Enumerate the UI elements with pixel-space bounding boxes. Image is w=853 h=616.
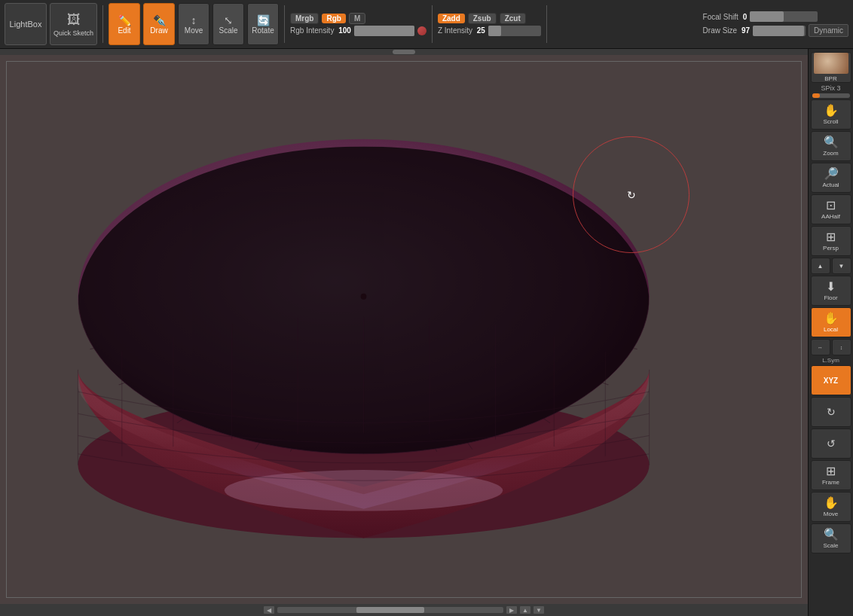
spix-label: SPix 3	[821, 84, 840, 92]
frame-label: Frame	[822, 479, 839, 486]
svg-point-49	[361, 294, 367, 300]
focal-row: Focal Shift 0	[703, 11, 848, 22]
draw-size-value: 97	[741, 26, 750, 35]
rightbar-move-button[interactable]: ✋ Move	[811, 492, 851, 522]
rotate-label: Rotate	[252, 26, 274, 35]
rightbar-move-label: Move	[824, 511, 839, 517]
draw-label: Draw	[150, 26, 167, 35]
lightbox-label: LightBox	[10, 20, 42, 29]
zcut-button[interactable]: Zcut	[500, 13, 526, 24]
drawsize-row: Draw Size 97 Dynamic	[703, 24, 848, 37]
rotate-button[interactable]: 🔄 Rotate	[247, 3, 279, 45]
move-label: Move	[185, 26, 203, 35]
frame-button[interactable]: ⊞ Frame	[811, 460, 851, 490]
actual-icon: 🔎	[824, 168, 839, 180]
move-icon: ↕️	[191, 14, 197, 26]
bpr-preview	[814, 53, 848, 74]
mrgb-button[interactable]: Mrgb	[290, 13, 319, 24]
dynamic-button[interactable]: Dynamic	[809, 24, 848, 37]
z-intensity-label: Z Intensity 25	[438, 26, 485, 35]
zoom-label: Zoom	[823, 150, 838, 157]
m-button[interactable]: M	[349, 13, 365, 24]
frame-icon: ⊞	[826, 465, 836, 477]
actual-label: Actual	[822, 181, 839, 188]
color-group: Mrgb Rgb M Rgb Intensity 100	[290, 13, 426, 36]
scale-icon: ⤡	[224, 14, 233, 26]
aahalf-button[interactable]: ⊡ AAHalf	[811, 194, 851, 224]
xyz-button[interactable]: XYZ	[811, 365, 851, 395]
focal-draw-group: Focal Shift 0 Draw Size 97 Dynamic	[703, 11, 848, 37]
move-button[interactable]: ↕️ Move	[178, 3, 209, 45]
persp-button[interactable]: ⊞ Persp	[811, 226, 851, 256]
focal-shift-slider[interactable]	[750, 11, 818, 22]
color-row-1: Mrgb Rgb M	[290, 13, 426, 24]
edit-label: Edit	[118, 26, 130, 35]
scroll-icon: ✋	[824, 105, 839, 117]
color-swatch[interactable]	[417, 26, 426, 35]
rotate-y-icon: ↺	[827, 438, 836, 450]
rightbar-scale-button[interactable]: 🔍 Scale	[811, 523, 851, 553]
divider-3	[432, 5, 433, 43]
bpr-label: BPR	[824, 75, 836, 82]
actual-button[interactable]: 🔎 Actual	[811, 163, 851, 193]
edit-button[interactable]: ✏️ Edit	[109, 3, 140, 45]
scene-svg	[0, 55, 808, 604]
top-scroll-handle[interactable]	[393, 50, 415, 54]
scroll-left-button[interactable]: ◀	[264, 606, 274, 614]
arrow-down-button[interactable]: ▼	[832, 258, 851, 274]
lsym-label: L.Sym	[822, 357, 839, 364]
scroll-button[interactable]: ✋ Scroll	[811, 99, 851, 130]
spix-group: SPix 3	[811, 84, 851, 98]
zsub-button[interactable]: Zsub	[468, 13, 497, 24]
scroll-down-small-button[interactable]: ▼	[534, 606, 544, 614]
divider-4	[546, 5, 547, 43]
rgb-intensity-slider[interactable]	[354, 26, 414, 36]
rotate-y-button[interactable]: ↺	[811, 428, 851, 459]
divider-1	[102, 5, 103, 43]
rotate-icon: 🔄	[257, 14, 270, 26]
scroll-label: Scroll	[823, 118, 838, 125]
rightbar-move-icon: ✋	[824, 497, 839, 509]
spix-slider[interactable]	[812, 93, 850, 98]
lsym-left-button[interactable]: ↔	[811, 339, 830, 355]
rgb-intensity-value: 100	[338, 26, 351, 35]
xyz-label: XYZ	[824, 377, 838, 385]
draw-size-label: Draw Size 97	[703, 26, 750, 35]
draw-size-slider[interactable]	[753, 26, 806, 36]
lsym-right-button[interactable]: ↕	[832, 339, 851, 355]
focal-shift-value: 0	[743, 13, 748, 21]
scroll-right-button[interactable]: ▶	[506, 606, 517, 614]
quick-sketch-button[interactable]: 🖼 Quick Sketch	[50, 3, 97, 45]
zadd-button[interactable]: Zadd	[438, 14, 465, 23]
scale-label: Scale	[219, 26, 238, 35]
arrow-up-button[interactable]: ▲	[811, 258, 830, 274]
z-row-1: Zadd Zsub Zcut	[438, 13, 541, 24]
scroll-up-small-button[interactable]: ▲	[520, 606, 530, 614]
rightbar-scale-label: Scale	[823, 542, 838, 549]
draw-button[interactable]: ✒️ Draw	[143, 3, 175, 45]
floor-button[interactable]: ⬇ Floor	[811, 276, 851, 306]
floor-icon: ⬇	[826, 281, 836, 293]
canvas-area: ↻ ◀ ▶ ▲ ▼	[0, 49, 808, 616]
bpr-button[interactable]: BPR	[811, 52, 851, 83]
divider-2	[284, 5, 285, 43]
canvas-top-strip	[0, 49, 808, 55]
scroll-track[interactable]	[277, 607, 503, 613]
rgb-intensity-label: Rgb Intensity 100	[290, 26, 351, 35]
z-row-2: Z Intensity 25	[438, 26, 541, 36]
scale-button[interactable]: ⤡ Scale	[212, 3, 244, 45]
quick-sketch-icon: 🖼	[67, 12, 81, 28]
edit-icon: ✏️	[118, 14, 131, 26]
zoom-icon: 🔍	[824, 136, 839, 148]
viewport[interactable]: ↻	[0, 55, 808, 604]
rgb-button[interactable]: Rgb	[322, 14, 345, 23]
lightbox-button[interactable]: LightBox	[5, 3, 47, 45]
rightbar: BPR SPix 3 ✋ Scroll 🔍 Zoom 🔎 Actual ⊡ AA…	[808, 49, 853, 616]
rotate-x-button[interactable]: ↻	[811, 397, 851, 427]
local-button[interactable]: ✋ Local	[811, 307, 851, 337]
z-intensity-value: 25	[477, 26, 485, 35]
draw-icon: ✒️	[153, 14, 166, 26]
zoom-button[interactable]: 🔍 Zoom	[811, 131, 851, 161]
rightbar-scale-icon: 🔍	[824, 529, 839, 541]
z-intensity-slider[interactable]	[488, 26, 541, 36]
